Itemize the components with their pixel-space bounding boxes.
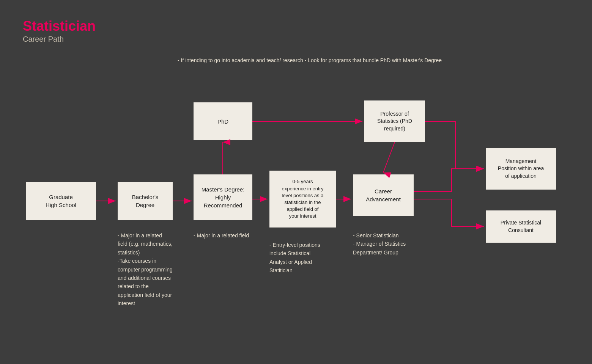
phd-box: PhD xyxy=(194,102,252,140)
graduate-box: Graduate High School xyxy=(26,182,96,220)
management-box: Management Position within area of appli… xyxy=(486,148,556,190)
masters-annotation: - Major in a related field xyxy=(194,231,249,240)
professor-box: Professor of Statistics (PhD required) xyxy=(364,100,425,142)
header: Statistician Career Path xyxy=(23,18,96,44)
bachelors-box: Bachelor's Degree xyxy=(118,182,173,220)
bachelors-annotation: - Major in a related field (e.g. mathema… xyxy=(118,231,173,308)
career-annotation: - Senior Statistician - Manager of Stati… xyxy=(353,231,406,257)
masters-box: Master's Degree: Highly Recommended xyxy=(194,174,252,220)
svg-line-12 xyxy=(383,142,395,173)
consultant-box: Private Statistical Consultant xyxy=(486,210,556,243)
phd-annotation: - If intending to go into academia and t… xyxy=(178,56,442,65)
experience-annotation: - Entry-level positions include Statisti… xyxy=(269,241,320,275)
experience-box: 0-5 years experience in entry level posi… xyxy=(269,171,336,228)
page-title: Statistician xyxy=(23,18,96,34)
page-subtitle: Career Path xyxy=(23,35,96,44)
career-box: Career Advancement xyxy=(353,174,414,216)
